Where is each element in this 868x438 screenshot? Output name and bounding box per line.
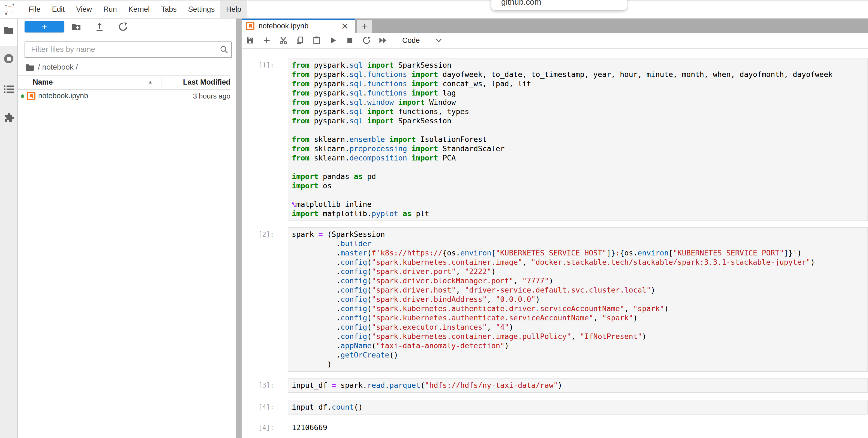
stop-kernel-icon[interactable]: [345, 36, 354, 45]
code-token: from: [292, 135, 310, 144]
menu-run[interactable]: Run: [98, 1, 123, 18]
column-last-modified[interactable]: Last Modified: [183, 78, 230, 87]
code-token: .: [292, 295, 341, 303]
code-token: (: [367, 249, 371, 257]
cell-type-dropdown[interactable]: Code: [402, 36, 442, 45]
code-token: "0.0.0.0": [496, 295, 535, 303]
new-launcher-button[interactable]: +: [25, 21, 64, 32]
code-token: ): [491, 267, 496, 275]
code-token: import: [292, 181, 318, 190]
code-token: .: [292, 249, 341, 257]
menu-kernel[interactable]: Kernel: [123, 1, 155, 18]
cut-cells-icon[interactable]: [279, 36, 288, 45]
code-token: pyspark.: [310, 98, 349, 107]
code-token: ): [509, 323, 514, 331]
file-row[interactable]: notebook.ipynb3 hours ago: [18, 89, 230, 103]
code-line: input_df = spark.read.parquet("hdfs://hd…: [292, 381, 867, 390]
code-token: pyspark.: [310, 107, 349, 116]
add-cell-icon[interactable]: [262, 36, 271, 45]
code-line: [292, 125, 867, 135]
code-token: "spark": [602, 314, 633, 322]
input-prompt: [3]:: [242, 378, 274, 390]
running-kernels-icon[interactable]: [4, 54, 14, 64]
new-tab-button[interactable]: +: [357, 20, 372, 33]
tab-close-icon[interactable]: ✕: [341, 21, 349, 32]
menu-file[interactable]: File: [23, 1, 46, 18]
code-line: from pyspark.sql.functions import dayofw…: [292, 70, 867, 79]
tab-notebook[interactable]: notebook.ipynb ✕: [242, 18, 355, 33]
filter-box: [25, 41, 232, 58]
copy-cells-icon[interactable]: [295, 36, 305, 45]
restart-kernel-icon[interactable]: [362, 36, 371, 45]
file-browser-icon[interactable]: [4, 25, 14, 35]
upload-icon[interactable]: [94, 22, 105, 32]
menu-edit[interactable]: Edit: [46, 1, 71, 18]
code-token: (: [367, 304, 371, 313]
code-token: as: [354, 172, 363, 181]
cell-editor[interactable]: spark = (SparkSession .builder .master(f…: [288, 227, 868, 372]
code-token: Window: [425, 98, 456, 107]
code-token: .: [292, 323, 341, 331]
new-folder-icon[interactable]: [71, 22, 82, 32]
code-token: [407, 70, 411, 79]
code-token: .: [292, 286, 341, 294]
code-token: pyspark.: [310, 89, 349, 97]
column-name[interactable]: Name: [33, 78, 53, 87]
code-token: input_df.: [292, 403, 332, 411]
code-token: environ: [638, 249, 669, 257]
code-token: matplotlib.: [318, 209, 372, 218]
code-token: ): [797, 249, 802, 257]
code-token: .: [363, 80, 367, 88]
code-token: ): [810, 258, 815, 266]
paste-cells-icon[interactable]: [312, 36, 321, 45]
menu-tabs[interactable]: Tabs: [155, 1, 182, 18]
dock-panel: notebook.ipynb ✕ +: [242, 18, 868, 438]
column-divider: [161, 77, 161, 87]
code-token: StandardScaler: [438, 144, 504, 153]
cell-editor[interactable]: input_df = spark.read.parquet("hdfs://hd…: [288, 378, 868, 393]
restart-run-all-icon[interactable]: [378, 36, 388, 45]
menu-view[interactable]: View: [70, 1, 98, 18]
code-line: .master(f'k8s://https://{os.environ["KUB…: [292, 249, 867, 258]
code-token: "driver-service.default.svc.cluster.loca…: [465, 286, 651, 294]
cell-editor[interactable]: from pyspark.sql import SparkSessionfrom…: [288, 58, 868, 221]
code-line: .config("spark.driver.blockManager.port"…: [292, 276, 867, 286]
code-token: "spark.kubernetes.container.image": [372, 258, 523, 266]
code-token: ): [549, 276, 553, 285]
code-token: preprocessing: [349, 144, 407, 153]
refresh-icon[interactable]: [118, 22, 128, 32]
table-of-contents-icon[interactable]: [4, 84, 14, 94]
file-list: notebook.ipynb3 hours ago: [18, 89, 230, 103]
menu-help[interactable]: Help: [220, 1, 247, 18]
code-token: sklearn.: [310, 144, 349, 153]
code-token: "spark.driver.blockManager.port": [372, 276, 514, 285]
notebook-cells: [1]:from pyspark.sql import SparkSession…: [242, 49, 868, 438]
notebook-icon: [246, 22, 254, 30]
filter-files-input[interactable]: [31, 43, 212, 55]
code-token: ,: [456, 267, 465, 275]
menu-settings[interactable]: Settings: [182, 1, 221, 18]
extension-manager-icon[interactable]: [4, 113, 14, 123]
jupyter-logo: [4, 3, 15, 15]
code-token: dayofweek, to_date, to_timestamp, year, …: [438, 70, 833, 79]
code-token: {os.: [442, 249, 460, 257]
code-token: sql: [349, 61, 363, 69]
sort-ascending-icon[interactable]: ▲: [148, 80, 153, 85]
code-token: :: [616, 249, 620, 257]
code-line: .config("spark.kubernetes.authenticate.s…: [292, 313, 867, 323]
code-token: config: [341, 323, 367, 331]
cell-editor[interactable]: input_df.count(): [288, 400, 868, 414]
code-token: [385, 135, 389, 144]
code-line: ): [292, 360, 867, 369]
code-token: config: [341, 286, 367, 294]
code-token: ,: [522, 258, 531, 266]
save-icon[interactable]: [245, 36, 255, 45]
home-folder-icon[interactable]: [25, 64, 34, 71]
run-cell-icon[interactable]: [329, 36, 338, 45]
code-token: "2222": [465, 267, 491, 275]
code-token: matplotlib inline: [296, 200, 371, 208]
panel-divider[interactable]: [236, 18, 242, 438]
breadcrumb[interactable]: / notebook /: [25, 62, 78, 72]
activity-bar: [0, 18, 18, 438]
code-token: "spark": [633, 304, 664, 313]
